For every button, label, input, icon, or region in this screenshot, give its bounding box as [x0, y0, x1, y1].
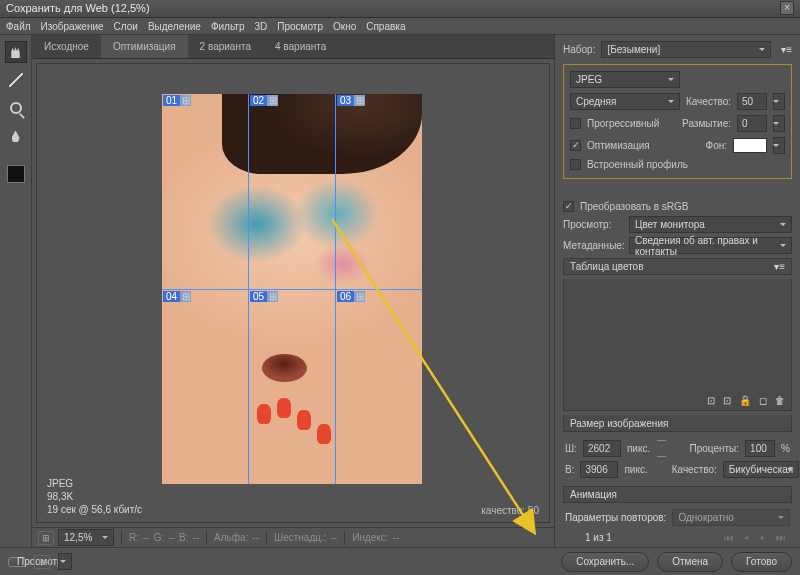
menu-select[interactable]: Выделение	[148, 21, 201, 32]
menu-window[interactable]: Окно	[333, 21, 356, 32]
tab-2up[interactable]: 2 варианта	[188, 35, 263, 58]
lock2-icon[interactable]: 🔒	[739, 395, 751, 406]
slice-info: JPEG 98,3K 19 сек @ 56,6 кбит/с	[47, 477, 142, 516]
optimize-checkbox[interactable]	[570, 140, 581, 151]
preset-select[interactable]: [Безымени]	[601, 41, 771, 58]
format-group: JPEG Средняя Качество: Прогрессивный Раз…	[563, 64, 792, 179]
tab-original[interactable]: Исходное	[32, 35, 101, 58]
matte-dropdown[interactable]	[773, 137, 785, 154]
tab-4up[interactable]: 4 варианта	[263, 35, 338, 58]
menu-view[interactable]: Просмотр	[277, 21, 323, 32]
progressive-checkbox[interactable]	[570, 118, 581, 129]
close-icon[interactable]: ×	[780, 1, 794, 15]
menu-help[interactable]: Справка	[366, 21, 405, 32]
menu-filter[interactable]: Фильтр	[211, 21, 245, 32]
trash-icon[interactable]: 🗑	[775, 395, 785, 406]
preview-select[interactable]: Цвет монитора	[629, 216, 792, 233]
color-table: ⊡ ⊡ 🔒 ◻ 🗑	[563, 279, 792, 411]
titlebar: Сохранить для Web (12,5%) ×	[0, 0, 800, 18]
eyedropper-tool[interactable]	[5, 125, 27, 147]
new-icon[interactable]: ◻	[759, 395, 767, 406]
height-input[interactable]	[580, 461, 618, 478]
grid-icon[interactable]: ⊞	[38, 531, 54, 545]
zoom-tool[interactable]	[5, 97, 27, 119]
blur-slider-toggle[interactable]	[773, 115, 785, 132]
quality-readout: качество: 50	[481, 505, 539, 516]
menu-3d[interactable]: 3D	[255, 21, 268, 32]
color-table-header[interactable]: Таблица цветов▾≡	[563, 258, 792, 275]
repeat-select: Однократно	[672, 509, 790, 526]
footer: Просмотр... ⊕ Сохранить... Отмена Готово	[0, 547, 800, 575]
tool-column	[0, 35, 32, 547]
quality-slider-toggle[interactable]	[773, 93, 785, 110]
image-size-header: Размер изображения	[563, 415, 792, 432]
quality-preset-select[interactable]: Средняя	[570, 93, 680, 110]
menu-layers[interactable]: Слои	[114, 21, 138, 32]
statusbar: ⊞ 12,5% R:-- G:-- B:-- Альфа:-- Шестнадц…	[32, 527, 554, 547]
embed-profile-checkbox[interactable]	[570, 159, 581, 170]
cancel-button[interactable]: Отмена	[657, 552, 723, 572]
zoom-select[interactable]: 12,5%	[58, 529, 114, 546]
image-preview	[162, 94, 422, 484]
zoom-icon	[10, 102, 22, 114]
metadata-select[interactable]: Сведения об авт. правах и контакты	[629, 237, 792, 254]
link-icon[interactable]	[657, 440, 666, 457]
wand-icon	[9, 73, 23, 87]
map-icon[interactable]: ⊡	[723, 395, 731, 406]
tab-optimized[interactable]: Оптимизация	[101, 35, 188, 58]
percent-input[interactable]	[745, 440, 775, 457]
lock-icon[interactable]: ⊡	[707, 395, 715, 406]
menubar: Файл Изображение Слои Выделение Фильтр 3…	[0, 18, 800, 36]
playback-controls: ⏮ ◀ ▶ ⏭	[724, 532, 790, 543]
save-button[interactable]: Сохранить...	[561, 552, 649, 572]
browser-dropdown[interactable]	[58, 553, 72, 570]
preview-canvas[interactable]: 01⊞ 02⊞ 03⊞ 04⊞ 05⊞ 06⊞ JPEG 98,3K 19 се…	[36, 63, 550, 523]
slice-tool[interactable]	[5, 69, 27, 91]
preview-button[interactable]: Просмотр...	[8, 557, 26, 567]
format-select[interactable]: JPEG	[570, 71, 680, 88]
window-title: Сохранить для Web (12,5%)	[6, 2, 150, 14]
quality-input[interactable]	[737, 93, 767, 110]
animation-header: Анимация	[563, 486, 792, 503]
preset-label: Набор:	[563, 44, 595, 55]
done-button[interactable]: Готово	[731, 552, 792, 572]
view-tabs: Исходное Оптимизация 2 варианта 4 вариан…	[32, 35, 554, 59]
eyedropper-icon	[12, 130, 20, 142]
hand-tool[interactable]	[5, 41, 27, 63]
blur-input[interactable]	[737, 115, 767, 132]
panel-menu-icon[interactable]: ▾≡	[781, 44, 792, 55]
matte-color[interactable]	[733, 138, 767, 153]
menu-file[interactable]: Файл	[6, 21, 31, 32]
width-input[interactable]	[583, 440, 621, 457]
browser-icon[interactable]: ⊕	[34, 555, 50, 569]
hand-icon	[9, 46, 23, 58]
menu-image[interactable]: Изображение	[41, 21, 104, 32]
resample-select[interactable]: Бикубическая	[723, 461, 799, 478]
srgb-checkbox[interactable]	[563, 201, 574, 212]
color-swatch[interactable]	[7, 165, 25, 183]
